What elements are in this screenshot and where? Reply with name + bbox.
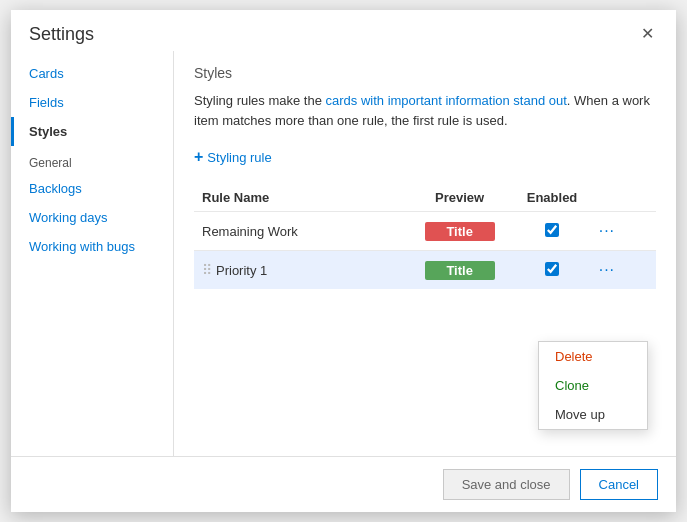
context-menu-delete[interactable]: Delete — [539, 342, 647, 371]
table-header-row: Rule Name Preview Enabled — [194, 184, 656, 212]
context-menu-move-up[interactable]: Move up — [539, 400, 647, 429]
add-rule-label: Styling rule — [207, 150, 271, 165]
col-header-enabled: Enabled — [517, 184, 586, 212]
sidebar: Cards Fields Styles General Backlogs Wor… — [11, 51, 174, 456]
sidebar-item-cards[interactable]: Cards — [11, 59, 173, 88]
enabled-cell-2 — [517, 251, 586, 290]
enabled-checkbox-2[interactable] — [545, 262, 559, 276]
preview-cell-2: Title — [402, 251, 518, 290]
context-menu-clone[interactable]: Clone — [539, 371, 647, 400]
plus-icon: + — [194, 148, 203, 166]
menu-cell-1: ··· — [587, 212, 656, 251]
preview-badge-green: Title — [425, 261, 495, 280]
section-title: Styles — [194, 65, 656, 81]
settings-dialog: Settings ✕ Cards Fields Styles General B… — [11, 10, 676, 512]
add-styling-rule-button[interactable]: + Styling rule — [194, 144, 272, 170]
table-row: ⠿ Priority 1 Title ··· — [194, 251, 656, 290]
row1-menu-button[interactable]: ··· — [595, 220, 619, 242]
main-content: Styles Styling rules make the cards with… — [174, 51, 676, 456]
dialog-body: Cards Fields Styles General Backlogs Wor… — [11, 51, 676, 456]
rule-name-cell: Remaining Work — [194, 212, 402, 251]
preview-cell-1: Title — [402, 212, 518, 251]
menu-cell-2: ··· — [587, 251, 656, 290]
sidebar-item-working-days[interactable]: Working days — [11, 203, 173, 232]
dialog-title: Settings — [29, 24, 94, 45]
col-header-preview: Preview — [402, 184, 518, 212]
row2-menu-button[interactable]: ··· — [595, 259, 619, 281]
sidebar-item-fields[interactable]: Fields — [11, 88, 173, 117]
context-menu: Delete Clone Move up — [538, 341, 648, 430]
description-highlight: cards with important information stand o… — [326, 93, 567, 108]
rules-table: Rule Name Preview Enabled Remaining Work — [194, 184, 656, 289]
sidebar-item-working-with-bugs[interactable]: Working with bugs — [11, 232, 173, 261]
sidebar-item-backlogs[interactable]: Backlogs — [11, 174, 173, 203]
save-and-close-button[interactable]: Save and close — [443, 469, 570, 500]
cancel-button[interactable]: Cancel — [580, 469, 658, 500]
sidebar-item-styles[interactable]: Styles — [11, 117, 173, 146]
table-row: Remaining Work Title ··· — [194, 212, 656, 251]
col-header-rule-name: Rule Name — [194, 184, 402, 212]
description-text: Styling rules make the cards with import… — [194, 91, 656, 130]
enabled-checkbox-1[interactable] — [545, 223, 559, 237]
dialog-header: Settings ✕ — [11, 10, 676, 51]
enabled-cell-1 — [517, 212, 586, 251]
drag-handle-icon[interactable]: ⠿ — [202, 262, 212, 278]
dialog-footer: Save and close Cancel — [11, 456, 676, 512]
close-button[interactable]: ✕ — [637, 24, 658, 44]
preview-badge-red: Title — [425, 222, 495, 241]
sidebar-general-label: General — [11, 146, 173, 174]
rule-name-cell: ⠿ Priority 1 — [194, 251, 402, 290]
